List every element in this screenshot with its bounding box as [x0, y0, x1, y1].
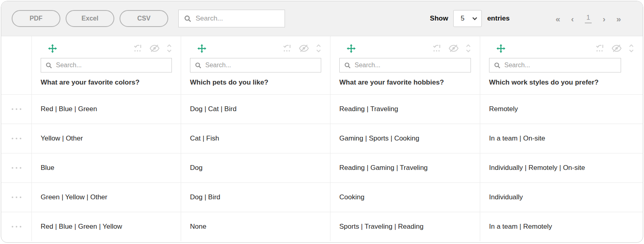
validation-icon[interactable] [133, 44, 142, 53]
row-menu-icon [12, 226, 21, 227]
search-icon [184, 15, 192, 23]
row-menu-icon [12, 108, 21, 110]
row-menu-button[interactable] [1, 212, 32, 241]
table-cell: Remotely [480, 95, 643, 124]
column-search-input[interactable] [56, 62, 167, 69]
search-icon [494, 62, 501, 69]
column-title: What are your favorite colors? [41, 79, 172, 87]
hide-column-icon[interactable] [299, 44, 309, 53]
column-actions [595, 43, 634, 53]
sort-icon[interactable] [466, 43, 471, 53]
data-table: What are your favorite colors? [1, 36, 643, 241]
table-cell: Dog | Bird [181, 183, 330, 212]
global-search-input[interactable] [196, 14, 279, 23]
table-row: Green | Yellow | OtherDog | BirdCookingI… [1, 182, 643, 212]
sort-icon[interactable] [167, 43, 172, 53]
export-csv-button[interactable]: CSV [120, 10, 168, 27]
drag-column-icon[interactable] [347, 44, 356, 53]
column-search [339, 58, 471, 72]
row-menu-icon [12, 167, 21, 169]
table-row: Red | Blue | GreenDog | Cat | BirdReadin… [1, 94, 643, 124]
prev-page-button[interactable]: ‹ [571, 14, 574, 23]
row-menu-icon [12, 196, 21, 198]
table-cell: Green | Yellow | Other [32, 183, 181, 212]
table-row: Red | Blue | Green | YellowNoneSports | … [1, 212, 643, 241]
column-search [489, 58, 621, 72]
entries-label: entries [487, 14, 510, 23]
column-header-toolbar [190, 43, 321, 54]
hide-column-icon[interactable] [149, 44, 160, 53]
row-menu-button[interactable] [1, 95, 32, 124]
drag-column-icon[interactable] [496, 44, 506, 53]
column-header-toolbar [489, 43, 634, 54]
row-menu-button[interactable] [1, 183, 32, 212]
validation-icon[interactable] [432, 44, 442, 53]
search-icon [344, 62, 351, 69]
export-excel-button[interactable]: Excel [66, 10, 114, 27]
table-cell: Dog [181, 153, 330, 182]
table-cell: In a team | On-site [480, 124, 643, 153]
table-header-row: What are your favorite colors? [1, 36, 643, 94]
sort-icon[interactable] [629, 43, 634, 53]
hide-column-icon[interactable] [611, 44, 622, 53]
column-search [41, 58, 172, 72]
column-header: What are your favorite colors? [32, 36, 181, 94]
sort-icon[interactable] [316, 43, 321, 53]
column-search-input[interactable] [355, 62, 466, 69]
table-cell: Yellow | Other [32, 124, 181, 153]
toolbar: PDF Excel CSV Show 5 entries « ‹ 1 › » [1, 1, 643, 36]
table-cell: Individually | Remotely | On-site [480, 153, 643, 182]
table-cell: Gaming | Sports | Cooking [330, 124, 480, 153]
row-menu-button[interactable] [1, 153, 32, 182]
current-page[interactable]: 1 [585, 14, 592, 23]
table-cell: Dog | Cat | Bird [181, 95, 330, 124]
table-cell: Blue [32, 153, 181, 182]
hide-column-icon[interactable] [448, 44, 459, 53]
column-actions [133, 43, 172, 53]
last-page-button[interactable]: » [616, 14, 621, 23]
chevron-down-icon [472, 17, 477, 21]
pagination: « ‹ 1 › » [555, 14, 621, 23]
table-cell: Sports | Traveling | Reading [330, 212, 480, 241]
table-row: BlueDogReading | Gaming | TravelingIndiv… [1, 153, 643, 182]
column-search-input[interactable] [205, 62, 316, 69]
page-size-select[interactable]: 5 [453, 10, 482, 27]
table-cell: Red | Blue | Green [32, 95, 181, 124]
table-cell: None [181, 212, 330, 241]
table-cell: Reading | Traveling [330, 95, 480, 124]
column-header: What are your favorite hobbies? [330, 36, 480, 94]
drag-column-icon[interactable] [48, 44, 57, 53]
datatable-card: PDF Excel CSV Show 5 entries « ‹ 1 › » [1, 1, 643, 243]
column-title: Which pets do you like? [190, 79, 321, 87]
column-title: What are your favorite hobbies? [339, 79, 471, 87]
show-label: Show [430, 14, 448, 23]
table-body: Red | Blue | GreenDog | Cat | BirdReadin… [1, 94, 643, 241]
drag-column-icon[interactable] [197, 44, 206, 53]
table-cell: Cat | Fish [181, 124, 330, 153]
search-icon [45, 62, 52, 69]
global-search [178, 10, 285, 27]
page-size-value: 5 [460, 14, 464, 23]
export-pdf-button[interactable]: PDF [12, 10, 60, 27]
column-search [190, 58, 321, 72]
column-actions [432, 43, 471, 53]
table-cell: In a team | Remotely [480, 212, 643, 241]
column-title: Which work styles do you prefer? [489, 79, 634, 87]
handle-column-header [1, 36, 32, 94]
table-cell: Red | Blue | Green | Yellow [32, 212, 181, 241]
validation-icon[interactable] [283, 44, 292, 53]
column-header-toolbar [339, 43, 471, 54]
next-page-button[interactable]: › [603, 14, 605, 23]
first-page-button[interactable]: « [555, 14, 560, 23]
search-icon [195, 62, 202, 69]
column-search-input[interactable] [504, 62, 616, 69]
table-cell: Individually [480, 183, 643, 212]
column-actions [283, 43, 321, 53]
row-menu-button[interactable] [1, 124, 32, 153]
table-row: Yellow | OtherCat | FishGaming | Sports … [1, 124, 643, 153]
row-menu-icon [12, 138, 21, 139]
validation-icon[interactable] [595, 44, 605, 53]
column-header: Which work styles do you prefer? [480, 36, 643, 94]
column-header-toolbar [41, 43, 172, 54]
table-cell: Reading | Gaming | Traveling [330, 153, 480, 182]
